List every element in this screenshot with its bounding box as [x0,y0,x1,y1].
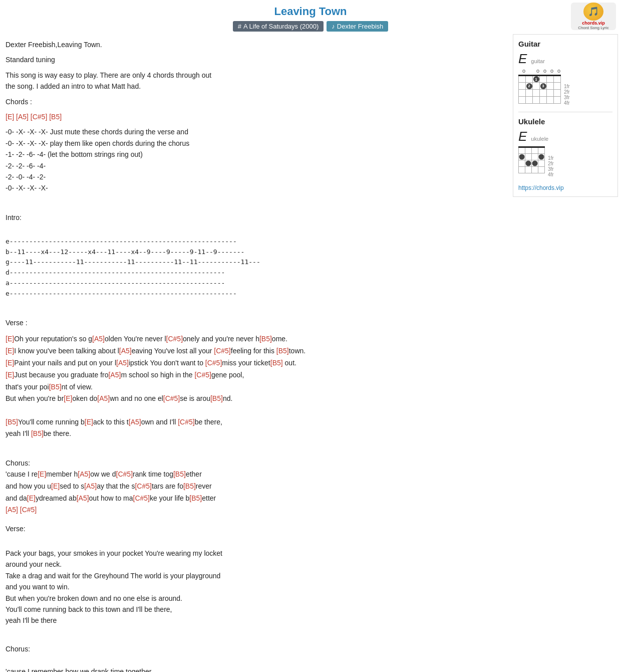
cell [526,90,533,97]
uke-cell [525,167,532,173]
chord-a5-ch3[interactable]: [A5] [77,494,89,502]
chord-E-link[interactable]: [E] [6,113,14,121]
chord-cs5-v1d[interactable]: [C#5] [194,371,211,379]
fret-labels-uke: 1fr 2fr 3fr 4fr [548,146,554,176]
chord-cs5-ch2[interactable]: [C#5] [135,482,151,490]
cell [554,97,561,104]
verse2-line1: Pack your bags, your smokes in your pock… [6,548,505,559]
chord-a5-ch4[interactable]: [A5] [6,506,18,514]
artist-badge[interactable]: ♪ Dexter Freebish [327,21,388,32]
chord-b5-v1d[interactable]: [B5] [49,383,62,391]
chord-Cs5-link[interactable]: [C#5] [31,113,47,121]
chord-cs5-pc1[interactable]: [C#5] [178,418,194,426]
cell [533,83,540,90]
cell [526,76,533,83]
chord-b5-v1c[interactable]: [B5] [270,359,283,367]
guitar-chord-diagram: o o o o o 1 [518,68,612,105]
chord-cs5-ch4[interactable]: [C#5] [20,506,37,514]
chord-e-v1d[interactable]: [E] [6,371,14,379]
chord-b5-ch3[interactable]: [B5] [189,494,202,502]
chord-b5-ch1[interactable]: [B5] [173,470,186,478]
cell [533,97,540,104]
badge-row: # A Life of Saturdays (2000) ♪ Dexter Fr… [0,21,621,32]
chord-e-ch2[interactable]: [E] [51,482,60,490]
chord-a5-v1c[interactable]: [A5] [116,359,129,367]
chord-cs5-ch3[interactable]: [C#5] [133,494,150,502]
uke-cell [532,167,538,173]
chord-a5-ch2[interactable]: [A5] [84,482,97,490]
chord-a5-pc1[interactable]: [A5] [129,418,141,426]
verse2-line2b: and you want to win. [6,581,505,592]
tab-line-2: -0- -X- -X- -X- play them like open chor… [6,138,505,149]
chord-e-v1e[interactable]: [E] [64,394,72,402]
uke-fret-row-4 [519,167,545,173]
cell [547,97,554,104]
cell [519,90,526,97]
tab-chord-positions: -0- -X- -X- -X- Just mute these chords d… [6,126,505,193]
chord-e-ch1[interactable]: [E] [38,470,46,478]
chord-e-ch3[interactable]: [E] [27,494,36,502]
uke-cell [538,147,545,154]
chord-b5-v1e[interactable]: [B5] [210,394,223,402]
uke-fret-4fr: 4fr [548,172,554,177]
chord-e-v1c[interactable]: [E] [6,359,14,367]
chord-a5-ch1[interactable]: [A5] [78,470,90,478]
uke-fret-row-1 [519,147,545,154]
chords-label: Chords : [6,96,505,107]
ukulele-label: ukulele [531,136,548,142]
tab-line-5: -2- -0- -4- -2- [6,171,505,182]
uke-cell [532,160,538,167]
site-logo: 🎵 chords.vip Chord Song Lyric [571,3,616,30]
ukulele-chord-diagram: 1fr 2fr 3fr 4fr [518,145,612,176]
chord-b5-pc1[interactable]: [B5] [6,418,18,426]
fret-row-2: 2 3 [519,83,561,90]
song-credit: Dexter Freebish,Leaving Town. [6,39,505,50]
chord-e-v1b[interactable]: [E] [6,347,14,355]
cell [540,90,547,97]
verse1-line2: [E]I know you've been talking about l[A5… [6,345,505,357]
chord-a5-v1e[interactable]: [A5] [97,394,110,402]
chord-a5-v1d[interactable]: [A5] [108,371,121,379]
uke-cell [525,147,532,154]
chord-cs5-v1[interactable]: [C#5] [166,335,183,343]
uke-cell [538,154,545,160]
chord-cs5-v1c[interactable]: [C#5] [205,359,222,367]
chorus-label: Chorus: [6,458,505,469]
fret-row-3 [519,90,561,97]
chord-b5-v1b[interactable]: [B5] [276,347,289,355]
chord-b5-ch2[interactable]: [B5] [183,482,196,490]
fret-labels-guitar: 1fr 2fr 3fr 4fr [564,75,570,105]
verse-label: Verse : [6,317,505,328]
chord-cs5-v1b[interactable]: [C#5] [214,347,230,355]
song-content: Dexter Freebish,Leaving Town. Standard t… [3,34,508,672]
album-label: A Life of Saturdays (2000) [243,23,319,30]
uke-cell [538,167,545,173]
uke-fret-1fr: 1fr [548,155,554,161]
chord-cs5-ch1[interactable]: [C#5] [116,470,133,478]
chorus1: 'cause I re[E]member h[A5]ow we d[C#5]ra… [6,469,505,516]
fret-row-4 [519,97,561,104]
guitar-grid-table: 1 2 [518,75,561,104]
chord-A5-link[interactable]: [A5] [16,113,29,121]
uke-cell [519,154,525,160]
verse2-line2: Take a drag and wait for the Greyhound T… [6,570,505,581]
album-badge[interactable]: # A Life of Saturdays (2000) [233,21,324,32]
chord-cs5-v1e[interactable]: [C#5] [163,394,180,402]
chord-wrapper-uke: 1fr 2fr 3fr 4fr [518,146,612,176]
chord-a5-v1[interactable]: [A5] [92,335,105,343]
chord-e-pc1[interactable]: [E] [85,418,93,426]
credit-url[interactable]: https://chords.vip [518,184,564,191]
chord-a5-v1b[interactable]: [A5] [119,347,132,355]
uke-cell [519,160,525,167]
verse2-line4: You'll come running back to this town an… [6,604,505,615]
uke-fret-2fr: 2fr [548,161,554,166]
tab-line-4: -2- -2- -6- -4- [6,160,505,171]
guitar-title: Guitar [518,40,612,48]
chord-B5-link[interactable]: [B5] [49,113,62,121]
verse2-line1b: around your neck. [6,559,505,570]
guitar-label: guitar [531,58,545,64]
chord-e-v1[interactable]: [E] [6,335,14,343]
cell: 2 [526,83,533,90]
chord-b5-pc2[interactable]: [B5] [31,429,44,437]
chord-b5-v1[interactable]: [B5] [259,335,272,343]
